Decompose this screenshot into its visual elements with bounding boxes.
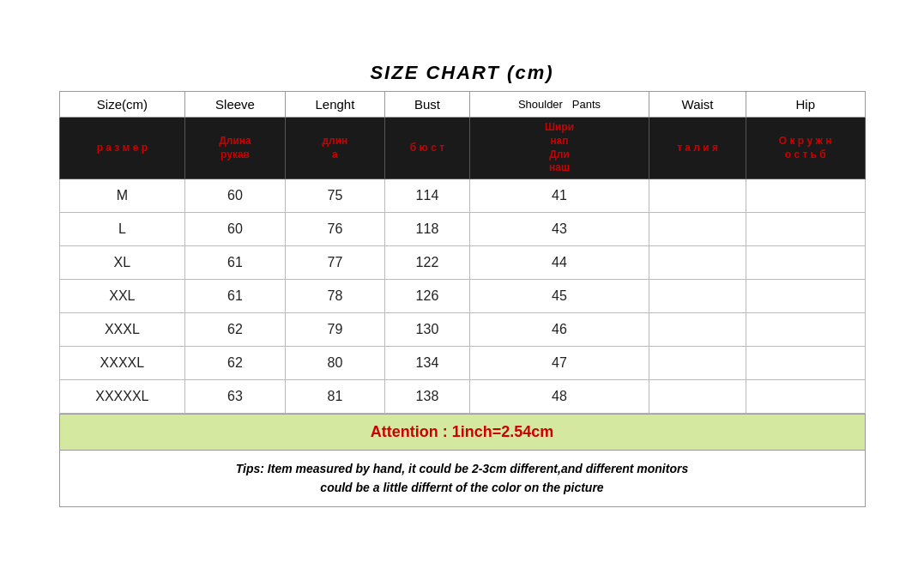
table-cell: [649, 212, 746, 245]
table-cell: [649, 346, 746, 379]
col-header-waist-en: Waist: [649, 92, 746, 118]
chart-title: SIZE CHART (cm): [59, 62, 866, 84]
table-cell: 130: [385, 312, 470, 346]
tips-text: Tips: Item measured by hand, it could be…: [236, 462, 688, 494]
table-cell: 75: [285, 179, 384, 212]
header-row-en: Size(cm) Sleeve Lenght Bust Shoulder Pan…: [59, 92, 865, 118]
col-header-sleeve-ru: Длинарукав: [185, 118, 285, 179]
table-cell: 114: [385, 179, 470, 212]
table-cell: 43: [469, 212, 649, 245]
table-cell: 61: [185, 279, 285, 312]
table-row: XL617712244: [59, 245, 865, 279]
table-row: M607511441: [59, 179, 865, 212]
table-cell: 41: [469, 179, 649, 212]
table-cell: [746, 346, 865, 379]
table-cell: 81: [285, 379, 384, 413]
table-cell: XXXXXL: [59, 379, 185, 413]
table-cell: 44: [469, 245, 649, 279]
table-cell: 60: [185, 212, 285, 245]
table-cell: XL: [59, 245, 185, 279]
col-header-bust-ru: б ю с т: [385, 118, 470, 179]
table-row: XXL617812645: [59, 279, 865, 312]
table-cell: 79: [285, 312, 384, 346]
tips-cell: Tips: Item measured by hand, it could be…: [59, 450, 865, 506]
table-cell: [649, 279, 746, 312]
col-header-length-en: Lenght: [285, 92, 384, 118]
table-cell: 126: [385, 279, 470, 312]
table-cell: [746, 179, 865, 212]
col-header-length-ru: длина: [285, 118, 384, 179]
table-cell: 45: [469, 279, 649, 312]
table-cell: 63: [185, 379, 285, 413]
col-header-size-ru: р а з м е р: [59, 118, 185, 179]
table-cell: [746, 379, 865, 413]
col-header-sleeve-en: Sleeve: [185, 92, 285, 118]
table-cell: 78: [285, 279, 384, 312]
table-cell: [746, 279, 865, 312]
table-body: M607511441L607611843XL617712244XXL617812…: [59, 179, 865, 413]
table-cell: [746, 245, 865, 279]
col-header-hip-ru: О к р у ж но с т ь б: [746, 118, 865, 179]
table-cell: [649, 312, 746, 346]
col-header-hip-en: Hip: [746, 92, 865, 118]
table-cell: 118: [385, 212, 470, 245]
table-cell: XXL: [59, 279, 185, 312]
col-header-shoulder-en: Shoulder Pants: [469, 92, 649, 118]
table-cell: 61: [185, 245, 285, 279]
attention-row: Attention : 1inch=2.54cm: [59, 414, 865, 450]
table-cell: 80: [285, 346, 384, 379]
table-cell: 77: [285, 245, 384, 279]
table-cell: L: [59, 212, 185, 245]
table-cell: 48: [469, 379, 649, 413]
attention-text: Attention : 1inch=2.54cm: [371, 423, 554, 440]
table-cell: 62: [185, 312, 285, 346]
tips-row: Tips: Item measured by hand, it could be…: [59, 450, 865, 506]
table-row: XXXL627913046: [59, 312, 865, 346]
col-header-waist-ru: т а л и я: [649, 118, 746, 179]
size-chart-table: Size(cm) Sleeve Lenght Bust Shoulder Pan…: [59, 91, 866, 413]
table-cell: 138: [385, 379, 470, 413]
table-cell: 46: [469, 312, 649, 346]
col-header-size-en: Size(cm): [59, 92, 185, 118]
table-cell: M: [59, 179, 185, 212]
attention-cell: Attention : 1inch=2.54cm: [59, 414, 865, 450]
table-cell: 47: [469, 346, 649, 379]
col-header-bust-en: Bust: [385, 92, 470, 118]
table-cell: [746, 312, 865, 346]
col-header-shoulder-ru: ШиринапДлинаш: [469, 118, 649, 179]
table-cell: XXXL: [59, 312, 185, 346]
table-cell: [746, 212, 865, 245]
table-cell: [649, 379, 746, 413]
table-row: XXXXL628013447: [59, 346, 865, 379]
header-row-ru: р а з м е р Длинарукав длина б ю с т Шир…: [59, 118, 865, 179]
table-cell: XXXXL: [59, 346, 185, 379]
table-row: XXXXXL638113848: [59, 379, 865, 413]
table-cell: [649, 245, 746, 279]
table-cell: 122: [385, 245, 470, 279]
size-chart-container: SIZE CHART (cm) Size(cm) Sleeve Lenght B…: [42, 53, 883, 515]
table-cell: 62: [185, 346, 285, 379]
table-cell: 60: [185, 179, 285, 212]
table-cell: 76: [285, 212, 384, 245]
table-cell: 134: [385, 346, 470, 379]
table-row: L607611843: [59, 212, 865, 245]
table-cell: [649, 179, 746, 212]
